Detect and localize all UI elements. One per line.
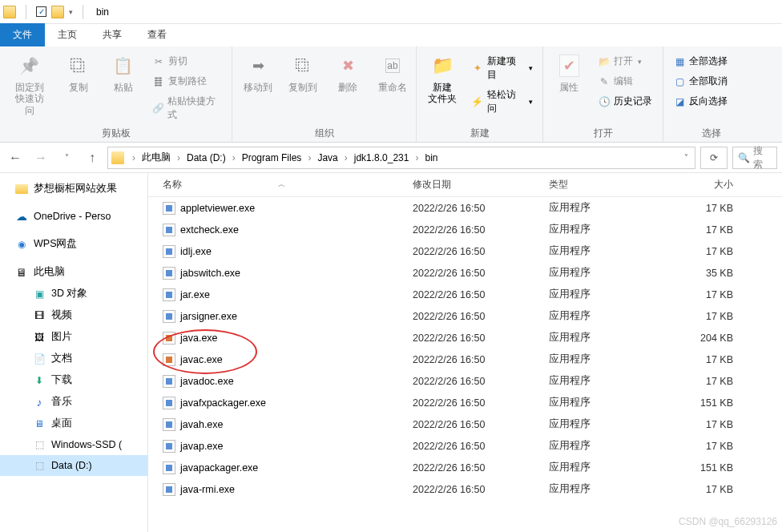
chevron-right-icon[interactable]: › <box>131 152 137 163</box>
file-name: javadoc.exe <box>180 376 234 387</box>
file-type: 应用程序 <box>549 201 677 215</box>
cloud-icon <box>14 210 29 223</box>
arrow-right-icon <box>245 53 271 79</box>
file-row[interactable]: idlj.exe2022/2/26 16:50应用程序17 KB <box>148 240 782 262</box>
nav-item-downloads[interactable]: 下载 <box>0 369 147 391</box>
edit-button[interactable]: 编辑 <box>595 73 655 90</box>
nav-item-desktop[interactable]: 桌面 <box>0 413 147 434</box>
group-label: 选择 <box>670 125 753 140</box>
chevron-down-icon[interactable]: ˅ <box>684 153 691 162</box>
chevron-right-icon[interactable]: › <box>231 152 237 163</box>
nav-item-onedrive[interactable]: OneDrive - Perso <box>0 206 147 227</box>
file-row[interactable]: javadoc.exe2022/2/26 16:50应用程序17 KB <box>148 370 782 392</box>
history-button[interactable]: 历史记录 <box>595 93 655 110</box>
copy-path-button[interactable]: 复制路径 <box>149 73 225 90</box>
file-icon <box>163 353 175 366</box>
nav-item-data-d[interactable]: Data (D:) <box>0 455 147 476</box>
file-date: 2022/2/26 16:50 <box>413 376 549 387</box>
separator <box>26 5 26 19</box>
nav-item-videos[interactable]: 视频 <box>0 304 147 326</box>
pc-icon <box>14 266 29 279</box>
file-date: 2022/2/26 16:50 <box>413 484 549 495</box>
nav-up-button[interactable]: ↑ <box>82 147 103 168</box>
file-row[interactable]: javac.exe2022/2/26 16:50应用程序17 KB <box>148 349 782 370</box>
column-size[interactable]: 大小 <box>677 178 741 191</box>
chevron-right-icon[interactable]: › <box>413 152 420 163</box>
breadcrumb-item[interactable]: Data (D:) <box>185 152 228 163</box>
link-icon <box>152 102 164 115</box>
search-input[interactable]: 🔍 搜索 <box>732 147 777 169</box>
nav-item-winssd[interactable]: Windows-SSD ( <box>0 434 147 455</box>
nav-item-documents[interactable]: 文档 <box>0 348 147 369</box>
breadcrumb-item[interactable]: Program Files <box>240 152 304 163</box>
rename-button[interactable]: 重命名 <box>373 50 412 96</box>
tab-file[interactable]: 文件 <box>0 23 45 46</box>
file-date: 2022/2/26 16:50 <box>413 203 549 214</box>
breadcrumb-item[interactable]: bin <box>423 152 439 163</box>
file-name: javac.exe <box>180 354 223 365</box>
nav-item-this-pc[interactable]: 此电脑 <box>0 261 147 283</box>
open-button[interactable]: 打开▾ <box>595 53 655 70</box>
new-folder-button[interactable]: 新建 文件夹 <box>423 50 462 108</box>
file-row[interactable]: extcheck.exe2022/2/26 16:50应用程序17 KB <box>148 219 782 240</box>
refresh-button[interactable]: ⟳ <box>700 147 728 169</box>
tab-share[interactable]: 共享 <box>90 23 135 46</box>
file-row[interactable]: appletviewer.exe2022/2/26 16:50应用程序17 KB <box>148 197 782 219</box>
breadcrumb-item[interactable]: 此电脑 <box>140 151 172 164</box>
column-type[interactable]: 类型 <box>549 178 677 191</box>
file-size: 17 KB <box>677 484 741 495</box>
paste-button[interactable]: 粘贴 <box>104 50 143 96</box>
ribbon-tabs: 文件 主页 共享 查看 <box>0 24 782 46</box>
delete-button[interactable]: 删除 <box>329 50 367 96</box>
column-name[interactable]: 名称︿ <box>148 178 413 191</box>
file-row[interactable]: javapackager.exe2022/2/26 16:50应用程序151 K… <box>148 457 782 478</box>
file-row[interactable]: jarsigner.exe2022/2/26 16:50应用程序17 KB <box>148 305 782 327</box>
select-all-button[interactable]: 全部选择 <box>670 53 731 70</box>
move-to-button[interactable]: 移动到 <box>239 50 277 96</box>
chevron-right-icon[interactable]: › <box>343 152 349 163</box>
breadcrumb-item[interactable]: jdk1.8.0_231 <box>353 152 411 163</box>
ribbon-group-select: 全部选择 全部取消 反向选择 选择 <box>663 46 760 142</box>
easy-access-button[interactable]: 轻松访问▾ <box>468 87 536 117</box>
file-row[interactable]: java.exe2022/2/26 16:50应用程序204 KB <box>148 327 782 349</box>
copy-button[interactable]: 复制 <box>59 50 98 96</box>
file-date: 2022/2/26 16:50 <box>413 462 549 474</box>
file-type: 应用程序 <box>549 396 677 409</box>
select-invert-button[interactable]: 反向选择 <box>670 93 731 110</box>
select-none-button[interactable]: 全部取消 <box>670 73 731 90</box>
copy-to-button[interactable]: 复制到 <box>284 50 322 96</box>
nav-back-button[interactable]: ← <box>5 147 26 168</box>
qat-dropdown-icon[interactable]: ▾ <box>69 8 73 16</box>
nav-recent-dropdown[interactable]: ˅ <box>56 147 77 168</box>
file-size: 17 KB <box>677 224 741 236</box>
column-date[interactable]: 修改日期 <box>413 178 549 191</box>
file-row[interactable]: javah.exe2022/2/26 16:50应用程序17 KB <box>148 413 782 435</box>
pin-quickaccess-button[interactable]: 固定到 快速访问 <box>6 50 53 119</box>
nav-item-wps[interactable]: WPS网盘 <box>0 233 147 255</box>
tab-view[interactable]: 查看 <box>135 23 179 46</box>
file-type: 应用程序 <box>549 461 677 474</box>
new-item-button[interactable]: 新建项目▾ <box>468 53 536 83</box>
nav-item-3d[interactable]: 3D 对象 <box>0 283 147 304</box>
chevron-right-icon[interactable]: › <box>306 152 312 163</box>
nav-item-music[interactable]: 音乐 <box>0 391 147 413</box>
chevron-right-icon[interactable]: › <box>175 152 182 163</box>
file-row[interactable]: javap.exe2022/2/26 16:50应用程序17 KB <box>148 435 782 457</box>
paste-shortcut-button[interactable]: 粘贴快捷方式 <box>149 93 225 123</box>
tab-home[interactable]: 主页 <box>45 23 90 46</box>
file-row[interactable]: jar.exe2022/2/26 16:50应用程序17 KB <box>148 284 782 305</box>
cut-button[interactable]: 剪切 <box>149 53 225 70</box>
address-bar[interactable]: › 此电脑 › Data (D:) › Program Files › Java… <box>107 147 695 169</box>
file-row[interactable]: javafxpackager.exe2022/2/26 16:50应用程序151… <box>148 392 782 413</box>
nav-item-pictures[interactable]: 图片 <box>0 326 147 348</box>
file-size: 17 KB <box>677 354 741 365</box>
nav-item-folder[interactable]: 梦想橱柜网站效果 <box>0 178 147 200</box>
breadcrumb-item[interactable]: Java <box>316 152 339 163</box>
watermark: CSDN @qq_66293126 <box>679 516 777 527</box>
file-row[interactable]: jabswitch.exe2022/2/26 16:50应用程序35 KB <box>148 262 782 284</box>
file-row[interactable]: java-rmi.exe2022/2/26 16:50应用程序17 KB <box>148 478 782 500</box>
qat-checkbox[interactable]: ✓ <box>36 6 46 17</box>
properties-button[interactable]: 属性 <box>550 50 588 96</box>
nav-forward-button[interactable]: → <box>30 147 51 168</box>
file-date: 2022/2/26 16:50 <box>413 246 549 257</box>
